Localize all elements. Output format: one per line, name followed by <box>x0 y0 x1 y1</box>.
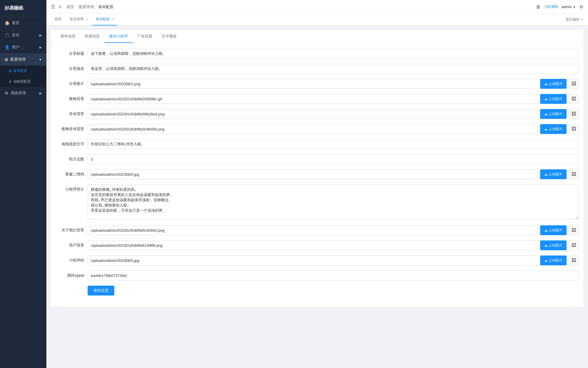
upload-group-about-bg: ☁ 上传图片 🖼 <box>88 225 579 235</box>
sidebar-item-home[interactable]: 🏠 首页 <box>0 17 46 29</box>
system-arrow-icon: ▶ <box>39 92 42 95</box>
input-user-bg[interactable] <box>88 240 538 250</box>
input-mini-qr[interactable] <box>88 255 538 265</box>
input-share-title[interactable] <box>88 49 579 59</box>
label-jump-appid: 跳转appid <box>56 271 88 278</box>
field-user-bg: ☁ 上传图片 🖼 <box>88 240 579 250</box>
refresh-icon[interactable]: ↻ <box>59 5 62 9</box>
tab-basic-config-close-icon[interactable]: ✕ <box>111 18 114 21</box>
admin-menu[interactable]: admin ∨ <box>562 5 576 9</box>
app-logo: 好易睡眠 <box>0 0 46 17</box>
tab-music-label: 音乐管理 <box>70 17 84 22</box>
inner-tabs: 基本信息 拓展信息 微信小程序 广告设置 文字预设 <box>51 30 583 43</box>
field-login-bg: ☁ 上传图片 🖼 <box>88 109 579 119</box>
breadcrumb-current: 基本配置 <box>98 4 113 10</box>
input-share-image[interactable] <box>88 79 538 89</box>
preview-btn-about-bg[interactable]: 🖼 <box>569 225 579 235</box>
inner-tab-basic-info[interactable]: 基本信息 <box>56 30 80 43</box>
input-jump-appid[interactable] <box>88 271 579 280</box>
sidebar-item-music[interactable]: 🎵 音乐 ▶ <box>0 29 46 41</box>
breadcrumb-home[interactable]: 首页 <box>67 4 74 10</box>
upload-btn-about-bg[interactable]: ☁ 上传图片 <box>540 225 567 235</box>
preview-btn-night-bg[interactable]: 🖼 <box>569 94 579 104</box>
form-row-share-title: 分享标题 <box>56 49 579 59</box>
input-login-bg[interactable] <box>88 109 538 119</box>
breadcrumb: 首页 / 配置管理 / 基本配置 <box>67 4 536 10</box>
sidebar-item-config[interactable]: ⊞ 配置管理 ▼ <box>0 53 46 66</box>
user-arrow-icon: ▶ <box>39 46 42 49</box>
menu-toggle-icon[interactable]: ☰ <box>51 4 55 10</box>
sidebar-item-system-label: 系统管理 <box>11 90 26 96</box>
preview-btn-mini-qr[interactable]: 🖼 <box>569 255 579 265</box>
brand-label: 力跃通商 <box>544 4 558 9</box>
preview-btn-login-bg[interactable]: 🖼 <box>569 109 579 119</box>
inner-tab-ad-settings[interactable]: 广告设置 <box>133 30 157 43</box>
breadcrumb-config[interactable]: 配置管理 <box>79 4 94 10</box>
input-assist-count[interactable] <box>88 154 579 164</box>
inner-tab-extend-info[interactable]: 拓展信息 <box>80 30 104 43</box>
sidebar-subitem-basic[interactable]: ⊞ 基本配置 <box>0 66 46 76</box>
label-about-bg: 关于我们背景 <box>56 225 88 233</box>
form-row-login-bg: 登录背景 ☁ 上传图片 🖼 <box>56 109 579 119</box>
sidebar-item-home-label: 首页 <box>12 20 19 26</box>
music-icon: 🎵 <box>5 33 10 37</box>
upload-group-login-bg: ☁ 上传图片 🖼 <box>88 109 579 119</box>
upload-btn-mini-qr[interactable]: ☁ 上传图片 <box>540 255 567 265</box>
upload-btn-share-image[interactable]: ☁ 上传图片 <box>540 79 567 89</box>
tab-basic-config[interactable]: 基本配置 ✕ <box>92 14 117 26</box>
input-night-login-bg[interactable] <box>88 124 538 134</box>
form-row-customer-qr: 客服二维码 ☁ 上传图片 🖼 <box>56 169 579 179</box>
preview-btn-user-bg[interactable]: 🖼 <box>569 240 579 250</box>
breadcrumb-sep-2: / <box>96 5 97 9</box>
form-row-share-image: 分享图片 ☁ 上传图片 🖼 <box>56 79 579 89</box>
input-customer-qr[interactable] <box>88 169 538 179</box>
input-share-desc[interactable] <box>88 64 579 74</box>
tab-music[interactable]: 音乐管理 ✕ <box>66 14 91 26</box>
settings-icon[interactable]: ⚙ <box>579 4 583 10</box>
preview-btn-share-image[interactable]: 🖼 <box>569 79 579 89</box>
upload-btn-user-bg[interactable]: ☁ 上传图片 <box>540 240 567 250</box>
tab-home[interactable]: 首页 <box>51 14 65 26</box>
textarea-mini-intro[interactable]: 静谧的夜晚,伴着轻柔的风。 这空灵的夜给劳累的人送去他会温暖和超美的梦。 而我,… <box>88 184 579 219</box>
delete-icon[interactable]: 🗑 <box>536 4 541 10</box>
upload-group-mini-qr: ☁ 上传图片 🖼 <box>88 255 579 265</box>
form-row-assist-count: 助力总数 <box>56 154 579 164</box>
inner-tab-miniprogram[interactable]: 微信小程序 <box>104 30 133 43</box>
save-button[interactable]: 保存设置 <box>88 286 114 296</box>
content-area: 基本信息 拓展信息 微信小程序 广告设置 文字预设 分享 <box>46 26 588 368</box>
upload-btn-night-login-bg[interactable]: ☁ 上传图片 <box>540 124 567 134</box>
upload-btn-night-bg[interactable]: ☁ 上传图片 <box>540 94 567 104</box>
field-share-desc <box>88 64 579 74</box>
upload-btn-login-bg[interactable]: ☁ 上传图片 <box>540 109 567 119</box>
tab-music-close-icon[interactable]: ✕ <box>85 18 88 21</box>
system-icon: ⚙ <box>5 91 8 95</box>
input-about-bg[interactable] <box>88 225 538 235</box>
label-assist-count: 助力总数 <box>56 154 88 162</box>
config-icon: ⊞ <box>5 57 8 62</box>
preview-btn-customer-qr[interactable]: 🖼 <box>569 169 579 179</box>
sidebar-subitem-thumb[interactable]: ⬆ 缩略图配置 <box>0 76 46 87</box>
input-night-bg[interactable] <box>88 94 538 104</box>
input-poster-text[interactable] <box>88 139 579 149</box>
user-icon: 👤 <box>5 45 10 50</box>
form-row-jump-appid: 跳转appid <box>56 271 579 280</box>
upload-btn-customer-qr[interactable]: ☁ 上传图片 <box>540 169 567 179</box>
inner-tab-text-preset[interactable]: 文字预设 <box>157 30 181 43</box>
form-body: 分享标题 分享描述 分享图片 <box>51 43 583 307</box>
form-row-save: 保存设置 <box>56 286 579 296</box>
label-night-bg: 夜晚背景 <box>56 94 88 101</box>
sidebar-item-config-label: 配置管理 <box>10 57 26 62</box>
sidebar-item-system[interactable]: ⚙ 系统管理 ▶ <box>0 87 46 99</box>
field-share-title <box>88 49 579 59</box>
inner-tab-text-preset-label: 文字预设 <box>162 34 177 38</box>
breadcrumb-sep-1: / <box>76 5 77 9</box>
form-row-about-bg: 关于我们背景 ☁ 上传图片 🖼 <box>56 225 579 235</box>
label-share-desc: 分享描述 <box>56 64 88 71</box>
form-row-mini-qr: 小程序码 ☁ 上传图片 🖼 <box>56 255 579 265</box>
sidebar-item-user[interactable]: 👤 用户 ▶ <box>0 41 46 53</box>
label-user-bg: 用户背景 <box>56 240 88 248</box>
preview-btn-night-login-bg[interactable]: 🖼 <box>569 124 579 134</box>
other-ops-button[interactable]: 其它操作 ∨ <box>566 17 583 22</box>
form-row-share-desc: 分享描述 <box>56 64 579 74</box>
home-icon: 🏠 <box>5 21 10 25</box>
